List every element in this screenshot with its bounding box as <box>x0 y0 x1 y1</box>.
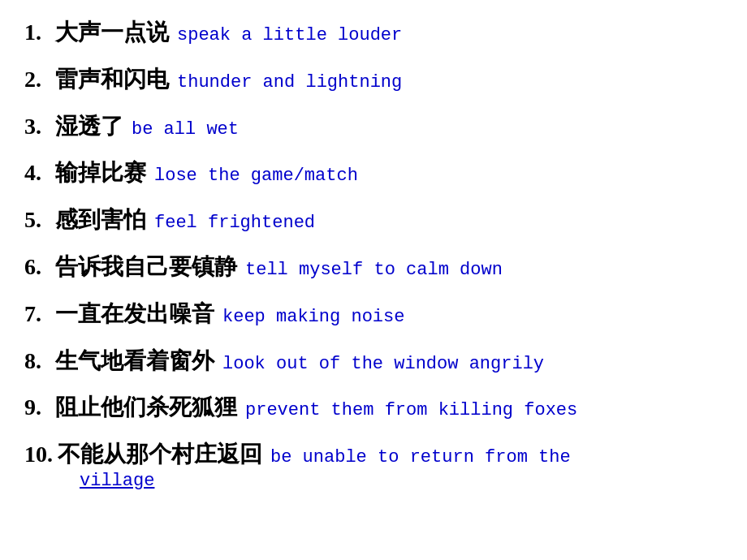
item-number: 7. <box>24 298 50 330</box>
item-chinese: 生气地看着窗外 <box>55 345 214 377</box>
item-chinese: 阻止他们杀死狐狸 <box>55 391 237 423</box>
list-item: 1. 大声一点说 speak a little louder <box>24 16 723 49</box>
list-item: 4. 输掉比赛 lose the game/match <box>24 157 723 189</box>
item-number: 10. <box>24 438 53 470</box>
item-chinese: 大声一点说 <box>55 16 169 48</box>
item-english: be unable to return from the <box>270 446 571 471</box>
list-item: 6. 告诉我自己要镇静 tell myself to calm down <box>24 251 723 283</box>
item-number: 5. <box>24 204 50 235</box>
item-english: tell myself to calm down <box>245 258 503 283</box>
list-item: 5. 感到害怕 feel frightened <box>24 204 723 236</box>
item-chinese: 一直在发出噪音 <box>55 298 214 330</box>
item-number: 2. <box>24 63 50 95</box>
list-item: 9. 阻止他们杀死狐狸 prevent them from killing fo… <box>24 391 723 424</box>
item-english: speak a little louder <box>177 24 402 49</box>
list-item: 8. 生气地看着窗外 look out of the window angril… <box>24 345 723 377</box>
item-english: look out of the window angrily <box>222 352 544 377</box>
list-item: 2. 雷声和闪电 thunder and lightning <box>24 63 723 96</box>
item-number: 6. <box>24 251 50 282</box>
item-english: lose the game/match <box>154 164 358 189</box>
list-item: 7. 一直在发出噪音 keep making noise <box>24 298 723 330</box>
item-english: keep making noise <box>222 305 404 330</box>
item-chinese: 不能从那个村庄返回 <box>58 438 262 470</box>
item-english: thunder and lightning <box>177 71 402 96</box>
item-english: feel frightened <box>154 211 315 236</box>
item-chinese: 输掉比赛 <box>55 157 146 188</box>
item-english: be all wet <box>132 118 239 143</box>
item-number: 8. <box>24 345 50 377</box>
item-english: prevent them from killing foxes <box>245 398 577 424</box>
item-number: 9. <box>24 391 50 423</box>
item-number: 3. <box>24 110 50 142</box>
list-item-10: 10. 不能从那个村庄返回 be unable to return from t… <box>24 438 723 491</box>
item-number: 1. <box>24 16 50 48</box>
item-chinese: 湿透了 <box>55 110 123 142</box>
item-chinese: 雷声和闪电 <box>55 63 169 95</box>
item-chinese: 告诉我自己要镇静 <box>55 251 237 282</box>
item-english-continuation: village <box>80 471 154 491</box>
item-number: 4. <box>24 157 50 188</box>
item-chinese: 感到害怕 <box>55 204 146 235</box>
list-item: 3. 湿透了 be all wet <box>24 110 723 143</box>
